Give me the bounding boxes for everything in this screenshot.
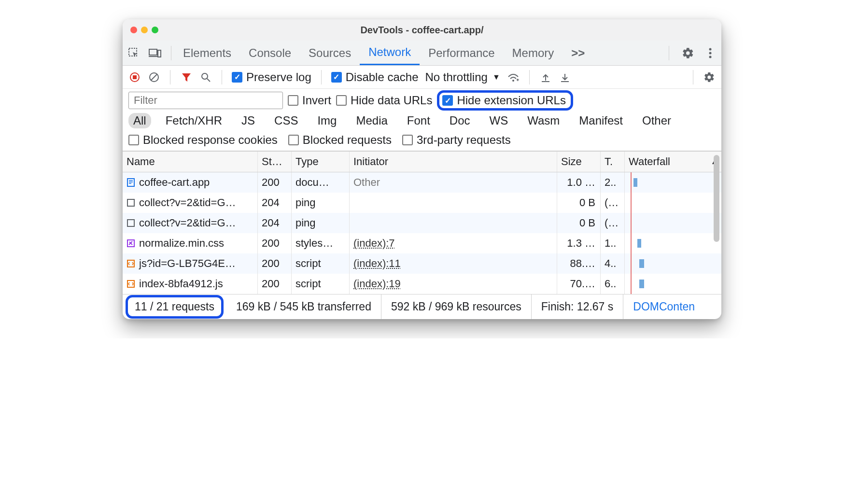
col-name[interactable]: Name <box>123 152 258 172</box>
filter-manifest[interactable]: Manifest <box>574 113 628 128</box>
cell-time: 6.. <box>601 274 625 294</box>
cell-time: (… <box>601 193 625 213</box>
cell-size: 1.0 … <box>557 172 601 193</box>
throttling-select[interactable]: No throttling ▼ <box>425 70 500 84</box>
table-row[interactable]: normalize.min.css 200 styles… (index):7 … <box>123 233 721 253</box>
cell-waterfall <box>625 193 721 213</box>
clear-button[interactable] <box>148 71 160 84</box>
col-type[interactable]: Type <box>292 152 350 172</box>
search-icon[interactable] <box>199 71 212 84</box>
checkbox-icon <box>336 95 347 106</box>
preserve-log-label: Preserve log <box>246 70 311 84</box>
hide-extension-urls-checkbox[interactable]: Hide extension URLs <box>442 94 565 107</box>
resource-type-filters: All Fetch/XHR JS CSS Img Media Font Doc … <box>123 112 721 131</box>
cell-name: normalize.min.css <box>123 233 258 253</box>
svg-rect-3 <box>158 50 161 57</box>
network-settings-icon[interactable] <box>703 71 716 84</box>
tab-sources[interactable]: Sources <box>300 41 360 65</box>
filter-wasm[interactable]: Wasm <box>522 113 564 128</box>
cell-initiator <box>350 193 557 213</box>
tabs-overflow-button[interactable]: >> <box>563 41 593 65</box>
blocked-requests-checkbox[interactable]: Blocked requests <box>288 133 392 147</box>
table-row[interactable]: coffee-cart.app 200 docu… Other 1.0 … 2.… <box>123 172 721 193</box>
blocked-cookies-label: Blocked response cookies <box>143 133 278 147</box>
cell-status: 200 <box>258 253 292 274</box>
kebab-menu-icon[interactable] <box>704 47 717 59</box>
svg-rect-1 <box>149 49 157 55</box>
filter-input[interactable] <box>128 92 283 109</box>
svg-point-11 <box>202 73 208 79</box>
svg-point-6 <box>709 56 712 58</box>
upload-har-icon[interactable] <box>539 71 552 84</box>
filter-all[interactable]: All <box>128 113 151 128</box>
col-time[interactable]: T. <box>601 152 625 172</box>
device-toolbar-icon[interactable] <box>149 47 161 59</box>
cell-time: (… <box>601 213 625 233</box>
cell-initiator <box>350 213 557 233</box>
status-domcontentloaded[interactable]: DOMConten <box>623 294 704 319</box>
request-name: collect?v=2&tid=G… <box>139 217 236 229</box>
table-row[interactable]: collect?v=2&tid=G… 204 ping 0 B (… <box>123 213 721 233</box>
devtools-window: DevTools - coffee-cart.app/ Elements Con… <box>123 19 721 319</box>
hide-data-urls-checkbox[interactable]: Hide data URLs <box>336 94 432 107</box>
tab-elements[interactable]: Elements <box>174 41 240 65</box>
filter-toggle-icon[interactable] <box>180 71 193 84</box>
checkbox-icon <box>442 95 453 106</box>
invert-checkbox[interactable]: Invert <box>288 94 331 107</box>
cell-status: 204 <box>258 193 292 213</box>
cell-waterfall <box>625 213 721 233</box>
cell-type: docu… <box>292 172 350 193</box>
disable-cache-checkbox[interactable]: Disable cache <box>331 70 419 84</box>
waterfall-bar <box>637 239 641 248</box>
cell-size: 88.… <box>557 253 601 274</box>
preserve-log-checkbox[interactable]: Preserve log <box>232 70 311 84</box>
record-button[interactable] <box>128 71 141 84</box>
third-party-label: 3rd-party requests <box>417 133 511 147</box>
filter-font[interactable]: Font <box>402 113 435 128</box>
filter-ws[interactable]: WS <box>485 113 513 128</box>
vertical-scrollbar[interactable] <box>714 155 719 242</box>
filter-doc[interactable]: Doc <box>445 113 475 128</box>
col-status[interactable]: St… <box>258 152 292 172</box>
table-row[interactable]: js?id=G-LB75G4E… 200 script (index):11 8… <box>123 253 721 274</box>
js-file-icon <box>127 280 135 288</box>
ping-file-icon <box>127 219 135 227</box>
request-name: coffee-cart.app <box>139 176 210 189</box>
initiator-link[interactable]: (index):11 <box>353 257 401 270</box>
filter-js[interactable]: JS <box>237 113 260 128</box>
col-initiator[interactable]: Initiator <box>350 152 557 172</box>
separator <box>529 70 530 84</box>
col-size[interactable]: Size <box>557 152 601 172</box>
inspect-element-icon[interactable] <box>127 47 140 59</box>
tab-memory[interactable]: Memory <box>504 41 563 65</box>
request-name: normalize.min.css <box>139 237 224 250</box>
network-conditions-icon[interactable]: ✦ <box>507 71 520 84</box>
filter-media[interactable]: Media <box>351 113 392 128</box>
table-row[interactable]: collect?v=2&tid=G… 204 ping 0 B (… <box>123 193 721 213</box>
tab-performance[interactable]: Performance <box>420 41 503 65</box>
initiator-text: Other <box>353 176 380 189</box>
filter-fetch-xhr[interactable]: Fetch/XHR <box>161 113 227 128</box>
cell-time: 2.. <box>601 172 625 193</box>
filter-img[interactable]: Img <box>312 113 341 128</box>
blocked-cookies-checkbox[interactable]: Blocked response cookies <box>128 133 278 147</box>
download-har-icon[interactable] <box>559 71 571 84</box>
invert-label: Invert <box>302 94 331 107</box>
throttling-value: No throttling <box>425 70 487 84</box>
initiator-link[interactable]: (index):7 <box>353 237 395 250</box>
initiator-link[interactable]: (index):19 <box>353 278 401 290</box>
tab-network[interactable]: Network <box>360 41 420 65</box>
svg-rect-21 <box>127 199 134 206</box>
filter-other[interactable]: Other <box>637 113 676 128</box>
table-row[interactable]: index-8bfa4912.js 200 script (index):19 … <box>123 274 721 294</box>
hide-data-urls-label: Hide data URLs <box>351 94 432 107</box>
tab-console[interactable]: Console <box>240 41 300 65</box>
svg-rect-22 <box>127 220 134 226</box>
waterfall-bar <box>633 178 637 187</box>
window-title: DevTools - coffee-cart.app/ <box>123 25 721 36</box>
col-waterfall[interactable]: Waterfall ▲ <box>625 152 721 172</box>
filter-css[interactable]: CSS <box>269 113 303 128</box>
third-party-checkbox[interactable]: 3rd-party requests <box>402 133 511 147</box>
svg-rect-17 <box>127 179 134 186</box>
settings-icon[interactable] <box>682 47 694 59</box>
